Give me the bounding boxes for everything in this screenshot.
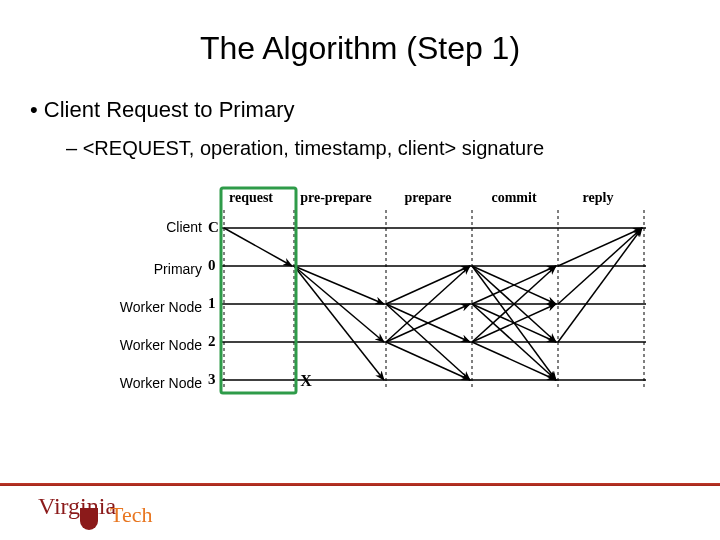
arrow-r-2 — [558, 228, 642, 342]
bullet-level1: Client Request to Primary — [30, 97, 690, 123]
row-label-client: Client — [90, 220, 202, 258]
node-3: 3 — [208, 371, 216, 387]
footer: VirginiaTech — [0, 478, 720, 540]
diagram: Client Primary Worker Node Worker Node W… — [90, 182, 670, 412]
node-c: C — [208, 219, 219, 235]
row-label-primary: Primary — [90, 262, 202, 300]
logo-tech-text: Tech — [110, 502, 152, 527]
arrow-p-2-3 — [386, 342, 470, 380]
content-area: Client Request to Primary <REQUEST, oper… — [0, 67, 720, 412]
node-1: 1 — [208, 295, 216, 311]
arrow-request — [224, 228, 292, 266]
footer-divider — [0, 483, 720, 486]
phase-preprepare: pre-prepare — [300, 190, 372, 205]
virginia-tech-logo: VirginiaTech — [38, 493, 159, 520]
row-label-worker2: Worker Node — [90, 338, 202, 376]
arrow-p-1-0 — [386, 266, 470, 304]
node-0: 0 — [208, 257, 216, 273]
phase-request: request — [229, 190, 273, 205]
arrow-r-0 — [558, 228, 642, 266]
row-label-worker3: Worker Node — [90, 376, 202, 414]
row-label-worker1: Worker Node — [90, 300, 202, 338]
highlight-box-icon — [221, 188, 296, 393]
phase-commit: commit — [491, 190, 536, 205]
arrow-c-2-3 — [472, 342, 556, 380]
slide-title: The Algorithm (Step 1) — [0, 0, 720, 67]
diagram-svg: request pre-prepare prepare commit reply… — [206, 182, 666, 412]
shield-icon — [80, 508, 98, 530]
row-labels: Client Primary Worker Node Worker Node W… — [90, 220, 202, 414]
fault-mark: X — [300, 372, 312, 389]
arrow-pp-1 — [294, 266, 384, 304]
logo-virginia-text: Virginia — [38, 493, 116, 519]
node-2: 2 — [208, 333, 216, 349]
bullet-level2: <REQUEST, operation, timestamp, client> … — [30, 137, 690, 160]
phase-reply: reply — [583, 190, 614, 205]
arrow-pp-3 — [294, 266, 384, 380]
phase-prepare: prepare — [405, 190, 452, 205]
